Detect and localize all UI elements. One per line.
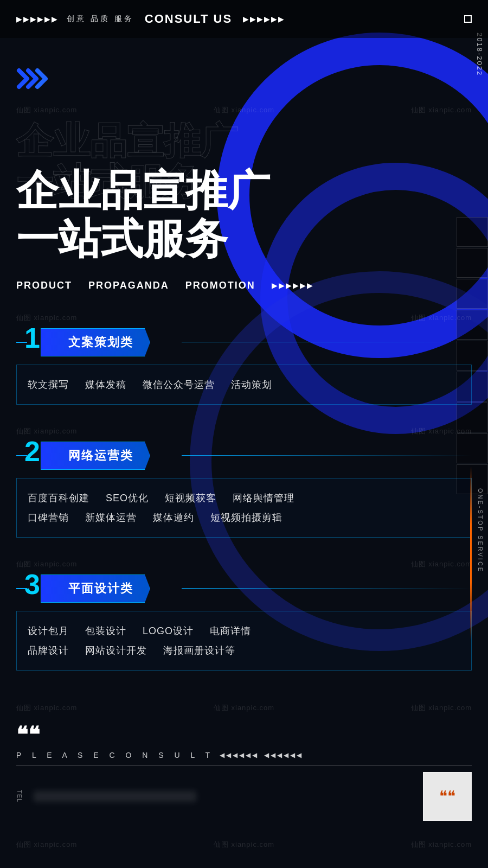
watermark-2: 仙图 xianpic.com — [214, 105, 274, 115]
blue-chevrons — [16, 65, 472, 94]
service-header-1: 1 文案策划类 — [16, 328, 472, 356]
hero-line2: 一站式服务 — [16, 215, 472, 264]
service-header-line-1 — [182, 342, 472, 342]
service-item-3-6: 网站设计开发 — [85, 641, 147, 660]
service-item-1-4: 活动策划 — [231, 375, 272, 394]
service-section-2: 仙图 xianpic.com 仙图 xianpic.com 2 网络运营类 百度… — [16, 426, 472, 538]
watermark-row-2: 仙图 xianpic.com 仙图 xianpic.com — [16, 313, 472, 323]
watermark-15: 仙图 xianpic.com — [411, 840, 472, 850]
service-item-2-2: SEO优化 — [106, 488, 149, 508]
qr-icon: ❝❝ — [439, 787, 455, 805]
watermark-1: 仙图 xianpic.com — [16, 105, 77, 115]
main-content: 仙图 xianpic.com 仙图 xianpic.com 仙图 xianpic… — [0, 65, 488, 671]
service-content-2: 百度百科创建 SEO优化 短视频获客 网络舆情管理 口碑营销 新媒体运营 媒体邀… — [16, 478, 472, 538]
watermark-4: 仙图 xianpic.com — [16, 313, 77, 323]
service-category-btn-2: 网络运营类 — [41, 442, 150, 470]
service-items-2: 百度百科创建 SEO优化 短视频获客 网络舆情管理 口碑营销 新媒体运营 媒体邀… — [28, 488, 460, 527]
header-arrows-right: ▶▶▶▶▶▶ — [243, 15, 285, 23]
service-items-1: 软文撰写 媒体发稿 微信公众号运营 活动策划 — [28, 375, 460, 394]
service-item-3-1: 设计包月 — [28, 621, 69, 641]
keywords-row: PRODUCT PROPAGANDA PROMOTION ▶▶▶▶▶▶ — [16, 280, 472, 291]
watermark-5: 仙图 xianpic.com — [411, 313, 472, 323]
service-item-2-6: 新媒体运营 — [85, 508, 137, 527]
service-items-3: 设计包月 包装设计 LOGO设计 电商详情 品牌设计 网站设计开发 海报画册设计… — [28, 621, 460, 660]
hero-title-main: 企业品宣推广 一站式服务 — [16, 167, 472, 264]
vertical-service-label: ONE-STOP SERVICE — [477, 488, 484, 573]
service-item-3-5: 品牌设计 — [28, 641, 69, 660]
header: ▶▶▶▶▶▶ 创意 品质 服务 CONSULT US ▶▶▶▶▶▶ — [0, 0, 488, 38]
service-header-line-3 — [182, 588, 472, 589]
service-items-line-1-1: 软文撰写 媒体发稿 微信公众号运营 活动策划 — [28, 375, 460, 394]
bottom-watermark-row: 仙图 xianpic.com 仙图 xianpic.com 仙图 xianpic… — [0, 832, 488, 858]
service-item-2-3: 短视频获客 — [165, 488, 216, 508]
bottom-section: 仙图 xianpic.com 仙图 xianpic.com 仙图 xianpic… — [0, 692, 488, 832]
watermark-14: 仙图 xianpic.com — [214, 840, 274, 850]
service-number-1: 1 — [24, 324, 40, 352]
service-content-1: 软文撰写 媒体发稿 微信公众号运营 活动策划 — [16, 365, 472, 405]
contact-left: TEL — [16, 790, 196, 802]
service-items-line-3-1: 设计包月 包装设计 LOGO设计 电商详情 — [28, 621, 460, 641]
service-item-1-2: 媒体发稿 — [85, 375, 126, 394]
contact-bar: TEL ❝❝ — [16, 772, 472, 821]
year-label: 2018-2022 — [476, 33, 484, 76]
header-subtitle: 创意 品质 服务 — [67, 14, 134, 24]
service-item-3-7: 海报画册设计等 — [163, 641, 235, 660]
service-item-2-8: 短视频拍摄剪辑 — [210, 508, 282, 527]
please-consult-arrows-1: ◀◀◀◀◀◀ — [220, 751, 259, 759]
service-item-2-5: 口碑营销 — [28, 508, 69, 527]
service-category-btn-1: 文案策划类 — [41, 328, 150, 356]
watermark-11: 仙图 xianpic.com — [214, 703, 274, 713]
service-item-3-4: 电商详情 — [210, 621, 251, 641]
watermark-row-bottom: 仙图 xianpic.com 仙图 xianpic.com 仙图 xianpic… — [16, 703, 472, 713]
service-item-3-2: 包装设计 — [85, 621, 126, 641]
header-consult[interactable]: CONSULT US — [145, 12, 232, 26]
watermark-12: 仙图 xianpic.com — [411, 703, 472, 713]
service-section-1: 1 文案策划类 软文撰写 媒体发稿 微信公众号运营 活动策划 — [16, 328, 472, 405]
watermark-8: 仙图 xianpic.com — [16, 559, 77, 569]
please-consult-arrows-2: ◀◀◀◀◀◀ — [264, 751, 303, 759]
service-items-line-2-2: 口碑营销 新媒体运营 媒体邀约 短视频拍摄剪辑 — [28, 508, 460, 527]
keyword-product: PRODUCT — [16, 280, 72, 291]
service-section-3: 仙图 xianpic.com 仙图 xianpic.com 3 平面设计类 设计… — [16, 559, 472, 671]
service-header-3: 3 平面设计类 — [16, 575, 472, 603]
service-content-3: 设计包月 包装设计 LOGO设计 电商详情 品牌设计 网站设计开发 海报画册设计… — [16, 611, 472, 671]
service-item-2-7: 媒体邀约 — [153, 508, 194, 527]
service-number-2: 2 — [24, 437, 40, 465]
bottom-divider-line — [16, 765, 472, 765]
watermark-row-mid2: 仙图 xianpic.com 仙图 xianpic.com — [16, 559, 472, 569]
service-items-line-2-1: 百度百科创建 SEO优化 短视频获客 网络舆情管理 — [28, 488, 460, 508]
service-item-2-4: 网络舆情管理 — [233, 488, 294, 508]
keyword-propaganda: PROPAGANDA — [88, 280, 169, 291]
qr-code-box: ❝❝ — [423, 772, 472, 821]
keyword-arrows: ▶▶▶▶▶▶ — [272, 281, 314, 290]
watermark-6: 仙图 xianpic.com — [16, 426, 77, 436]
quote-marks: ❝❝ — [16, 724, 472, 745]
watermark-9: 仙图 xianpic.com — [411, 559, 472, 569]
contact-info-blurred — [34, 791, 196, 802]
watermark-13: 仙图 xianpic.com — [16, 840, 77, 850]
header-square-icon — [464, 15, 472, 23]
watermark-10: 仙图 xianpic.com — [16, 703, 77, 713]
service-item-2-1: 百度百科创建 — [28, 488, 89, 508]
watermark-3: 仙图 xianpic.com — [411, 105, 472, 115]
watermark-row-1: 仙图 xianpic.com 仙图 xianpic.com 仙图 xianpic… — [16, 105, 472, 115]
watermark-7: 仙图 xianpic.com — [411, 426, 472, 436]
service-header-2: 2 网络运营类 — [16, 442, 472, 470]
service-items-line-3-2: 品牌设计 网站设计开发 海报画册设计等 — [28, 641, 460, 660]
please-consult-row: P L E A S E C O N S U L T ◀◀◀◀◀◀ ◀◀◀◀◀◀ — [16, 751, 472, 760]
watermark-row-mid: 仙图 xianpic.com 仙图 xianpic.com — [16, 426, 472, 436]
service-number-3: 3 — [24, 570, 40, 598]
orange-accent-line — [470, 467, 472, 640]
service-item-3-3: LOGO设计 — [143, 621, 194, 641]
tel-label: TEL — [16, 790, 23, 802]
service-item-1-1: 软文撰写 — [28, 375, 69, 394]
please-consult-text: P L E A S E C O N S U L T — [16, 751, 214, 760]
service-category-btn-3: 平面设计类 — [41, 575, 150, 603]
header-arrows-left: ▶▶▶▶▶▶ — [16, 15, 59, 23]
keyword-promotion: PROMOTION — [185, 280, 255, 291]
service-item-1-3: 微信公众号运营 — [143, 375, 215, 394]
hero-line1: 企业品宣推广 — [16, 167, 472, 215]
service-header-line-2 — [182, 455, 472, 456]
